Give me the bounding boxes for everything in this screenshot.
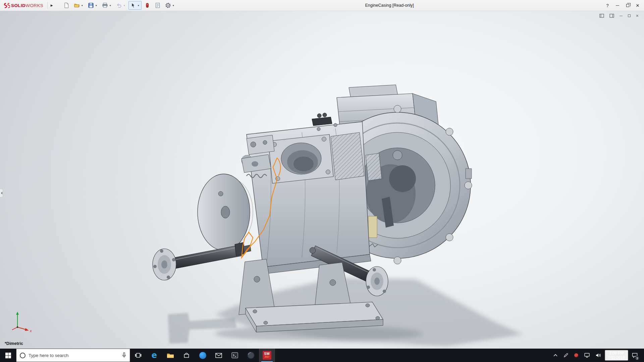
volume-icon (596, 353, 601, 358)
task-view-button[interactable] (130, 349, 146, 362)
hidden-icons-button[interactable] (551, 349, 560, 362)
divider (47, 2, 48, 9)
minimize-icon (616, 5, 619, 6)
solidworks-logo-mark (3, 2, 10, 9)
doc-close-button[interactable] (636, 13, 639, 18)
panel-collapse-arrow[interactable] (0, 189, 3, 197)
chevron-left-icon (0, 192, 2, 194)
dark-app-icon (247, 352, 255, 359)
options-gear-icon (165, 2, 171, 8)
taskbar-app-terminal[interactable] (227, 349, 243, 362)
taskbar-app-file-explorer[interactable] (162, 349, 178, 362)
taskbar-app-store[interactable] (178, 349, 195, 362)
select-cursor-icon (130, 2, 136, 8)
taskbar-app-dark[interactable] (243, 349, 259, 362)
triad-x-label: x (30, 329, 32, 333)
microphone-icon[interactable] (122, 352, 126, 358)
taskbar-app-solidworks[interactable]: SW 2017 (259, 349, 275, 362)
pane-left-icon (599, 14, 604, 18)
minimize-button[interactable] (612, 0, 623, 11)
options-button[interactable] (163, 1, 176, 10)
orientation-triad[interactable]: x (7, 310, 33, 333)
doc-restore-button[interactable] (628, 13, 631, 18)
help-button[interactable]: ? (602, 0, 612, 11)
mail-icon (215, 353, 222, 358)
undo-button[interactable] (114, 1, 127, 10)
new-document-button[interactable] (62, 1, 71, 10)
graphics-area[interactable]: x *Dimetric (0, 11, 644, 349)
system-tray: 3:08 PM 7/11/2018 3 (551, 349, 644, 362)
dropdown-caret (123, 4, 126, 7)
dropdown-caret (95, 4, 98, 7)
blue-app-icon (199, 352, 206, 359)
display-pane-toggle-button[interactable] (609, 13, 614, 18)
windows-taskbar: e SW 2017 (0, 349, 644, 362)
volume-tray-button[interactable] (593, 349, 603, 362)
rebuild-icon (144, 2, 150, 8)
restore-icon (626, 4, 629, 7)
taskbar-app-edge[interactable]: e (146, 349, 162, 362)
pen-icon (564, 353, 568, 358)
network-tray-button[interactable] (582, 349, 592, 362)
solidworks-logo: SOLIDWORKS (3, 2, 46, 9)
clock-time: 3:08 PM (609, 351, 624, 355)
save-icon (88, 2, 94, 8)
print-button[interactable] (100, 1, 113, 10)
file-explorer-icon (167, 353, 174, 358)
logo-text-works: WORKS (25, 3, 43, 8)
feature-pane-toggle-button[interactable] (599, 13, 604, 18)
restore-icon (628, 14, 631, 17)
rebuild-button[interactable] (143, 1, 152, 10)
task-view-icon (135, 353, 142, 358)
view-orientation-label: *Dimetric (5, 341, 23, 346)
menu-flyout-arrow[interactable] (49, 1, 54, 9)
new-document-icon (63, 2, 69, 8)
pen-tray-button[interactable] (561, 349, 571, 362)
store-bag-icon (183, 352, 190, 358)
dropdown-caret (137, 4, 140, 7)
search-input[interactable] (29, 353, 119, 358)
select-tool-button[interactable] (128, 1, 142, 10)
start-button[interactable] (0, 349, 16, 362)
taskbar-search[interactable] (16, 349, 130, 362)
terminal-icon (231, 352, 238, 358)
taskbar-app-mail[interactable] (211, 349, 227, 362)
open-button[interactable] (72, 1, 85, 10)
titlebar: SOLIDWORKS (0, 0, 644, 11)
file-properties-icon (155, 2, 161, 8)
notification-badge: 3 (635, 356, 639, 360)
taskbar-app-blue[interactable] (195, 349, 211, 362)
engine-casing-model[interactable] (0, 11, 644, 349)
action-center-button[interactable]: 3 (630, 349, 640, 362)
undo-icon (116, 2, 122, 8)
clock-date: 7/11/2018 (608, 355, 625, 360)
solidworks-window: SOLIDWORKS (0, 0, 644, 362)
doc-minimize-button[interactable] (620, 13, 623, 18)
edge-icon: e (152, 351, 157, 360)
logo-text-solid: SOLID (11, 3, 25, 8)
minimize-icon (620, 16, 623, 16)
pane-right-icon (609, 14, 614, 18)
dropdown-caret (172, 4, 175, 7)
quick-access-toolbar (62, 1, 176, 10)
close-button[interactable] (633, 0, 643, 11)
open-folder-icon (74, 2, 80, 8)
save-button[interactable] (86, 1, 99, 10)
restore-button[interactable] (623, 0, 633, 11)
print-icon (102, 2, 108, 8)
dropdown-caret (109, 4, 112, 7)
file-properties-button[interactable] (153, 1, 162, 10)
windows-logo-icon (5, 353, 11, 358)
document-title: EngineCasing [Read-only] (176, 3, 602, 8)
security-tray-button[interactable] (572, 349, 581, 362)
dropdown-caret (80, 4, 84, 7)
solidworks-2017-icon: SW 2017 (263, 351, 271, 360)
security-icon (574, 353, 578, 357)
network-icon (584, 353, 590, 358)
chevron-up-icon (553, 354, 557, 357)
cortana-icon (20, 353, 25, 358)
taskbar-clock[interactable]: 3:08 PM 7/11/2018 (605, 350, 628, 361)
document-window-controls (599, 13, 639, 18)
